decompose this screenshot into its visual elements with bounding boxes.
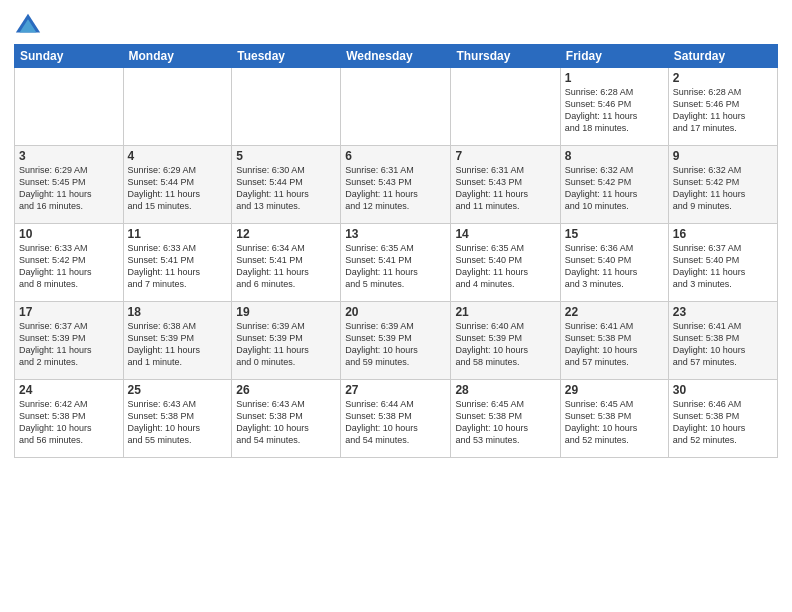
weekday-header-thursday: Thursday [451, 45, 560, 68]
day-info: Sunrise: 6:36 AM Sunset: 5:40 PM Dayligh… [565, 242, 664, 291]
day-number: 6 [345, 149, 446, 163]
calendar-cell: 10Sunrise: 6:33 AM Sunset: 5:42 PM Dayli… [15, 224, 124, 302]
day-number: 23 [673, 305, 773, 319]
day-info: Sunrise: 6:45 AM Sunset: 5:38 PM Dayligh… [565, 398, 664, 447]
calendar-cell: 24Sunrise: 6:42 AM Sunset: 5:38 PM Dayli… [15, 380, 124, 458]
page-container: SundayMondayTuesdayWednesdayThursdayFrid… [0, 0, 792, 612]
day-info: Sunrise: 6:38 AM Sunset: 5:39 PM Dayligh… [128, 320, 228, 369]
day-number: 20 [345, 305, 446, 319]
calendar-cell: 20Sunrise: 6:39 AM Sunset: 5:39 PM Dayli… [341, 302, 451, 380]
weekday-header-saturday: Saturday [668, 45, 777, 68]
day-number: 7 [455, 149, 555, 163]
calendar-cell: 2Sunrise: 6:28 AM Sunset: 5:46 PM Daylig… [668, 68, 777, 146]
calendar-cell: 16Sunrise: 6:37 AM Sunset: 5:40 PM Dayli… [668, 224, 777, 302]
day-info: Sunrise: 6:40 AM Sunset: 5:39 PM Dayligh… [455, 320, 555, 369]
day-info: Sunrise: 6:41 AM Sunset: 5:38 PM Dayligh… [673, 320, 773, 369]
calendar-cell: 13Sunrise: 6:35 AM Sunset: 5:41 PM Dayli… [341, 224, 451, 302]
day-info: Sunrise: 6:32 AM Sunset: 5:42 PM Dayligh… [673, 164, 773, 213]
day-number: 15 [565, 227, 664, 241]
calendar-cell: 18Sunrise: 6:38 AM Sunset: 5:39 PM Dayli… [123, 302, 232, 380]
calendar-week-row: 3Sunrise: 6:29 AM Sunset: 5:45 PM Daylig… [15, 146, 778, 224]
day-info: Sunrise: 6:31 AM Sunset: 5:43 PM Dayligh… [345, 164, 446, 213]
day-info: Sunrise: 6:29 AM Sunset: 5:44 PM Dayligh… [128, 164, 228, 213]
calendar-cell: 17Sunrise: 6:37 AM Sunset: 5:39 PM Dayli… [15, 302, 124, 380]
day-number: 9 [673, 149, 773, 163]
day-number: 27 [345, 383, 446, 397]
calendar-cell [451, 68, 560, 146]
day-info: Sunrise: 6:31 AM Sunset: 5:43 PM Dayligh… [455, 164, 555, 213]
calendar-cell: 21Sunrise: 6:40 AM Sunset: 5:39 PM Dayli… [451, 302, 560, 380]
weekday-header-wednesday: Wednesday [341, 45, 451, 68]
calendar-week-row: 24Sunrise: 6:42 AM Sunset: 5:38 PM Dayli… [15, 380, 778, 458]
calendar-cell: 8Sunrise: 6:32 AM Sunset: 5:42 PM Daylig… [560, 146, 668, 224]
day-info: Sunrise: 6:42 AM Sunset: 5:38 PM Dayligh… [19, 398, 119, 447]
day-info: Sunrise: 6:37 AM Sunset: 5:40 PM Dayligh… [673, 242, 773, 291]
day-number: 13 [345, 227, 446, 241]
day-info: Sunrise: 6:39 AM Sunset: 5:39 PM Dayligh… [345, 320, 446, 369]
calendar-week-row: 1Sunrise: 6:28 AM Sunset: 5:46 PM Daylig… [15, 68, 778, 146]
calendar-cell [15, 68, 124, 146]
calendar-cell: 5Sunrise: 6:30 AM Sunset: 5:44 PM Daylig… [232, 146, 341, 224]
calendar-cell: 27Sunrise: 6:44 AM Sunset: 5:38 PM Dayli… [341, 380, 451, 458]
day-number: 17 [19, 305, 119, 319]
day-number: 18 [128, 305, 228, 319]
calendar-cell: 19Sunrise: 6:39 AM Sunset: 5:39 PM Dayli… [232, 302, 341, 380]
calendar-cell: 22Sunrise: 6:41 AM Sunset: 5:38 PM Dayli… [560, 302, 668, 380]
day-number: 10 [19, 227, 119, 241]
calendar-cell: 4Sunrise: 6:29 AM Sunset: 5:44 PM Daylig… [123, 146, 232, 224]
day-number: 22 [565, 305, 664, 319]
calendar-cell: 15Sunrise: 6:36 AM Sunset: 5:40 PM Dayli… [560, 224, 668, 302]
calendar-cell: 29Sunrise: 6:45 AM Sunset: 5:38 PM Dayli… [560, 380, 668, 458]
day-info: Sunrise: 6:43 AM Sunset: 5:38 PM Dayligh… [128, 398, 228, 447]
day-info: Sunrise: 6:35 AM Sunset: 5:40 PM Dayligh… [455, 242, 555, 291]
day-info: Sunrise: 6:45 AM Sunset: 5:38 PM Dayligh… [455, 398, 555, 447]
day-number: 21 [455, 305, 555, 319]
day-number: 1 [565, 71, 664, 85]
day-info: Sunrise: 6:41 AM Sunset: 5:38 PM Dayligh… [565, 320, 664, 369]
day-info: Sunrise: 6:30 AM Sunset: 5:44 PM Dayligh… [236, 164, 336, 213]
day-number: 14 [455, 227, 555, 241]
day-number: 28 [455, 383, 555, 397]
logo-icon [14, 10, 42, 38]
weekday-header-monday: Monday [123, 45, 232, 68]
calendar-cell: 28Sunrise: 6:45 AM Sunset: 5:38 PM Dayli… [451, 380, 560, 458]
calendar-cell: 6Sunrise: 6:31 AM Sunset: 5:43 PM Daylig… [341, 146, 451, 224]
day-info: Sunrise: 6:44 AM Sunset: 5:38 PM Dayligh… [345, 398, 446, 447]
day-info: Sunrise: 6:37 AM Sunset: 5:39 PM Dayligh… [19, 320, 119, 369]
day-number: 24 [19, 383, 119, 397]
header [14, 10, 778, 38]
day-number: 26 [236, 383, 336, 397]
day-number: 8 [565, 149, 664, 163]
day-info: Sunrise: 6:35 AM Sunset: 5:41 PM Dayligh… [345, 242, 446, 291]
calendar-header-row: SundayMondayTuesdayWednesdayThursdayFrid… [15, 45, 778, 68]
weekday-header-sunday: Sunday [15, 45, 124, 68]
day-number: 29 [565, 383, 664, 397]
day-number: 12 [236, 227, 336, 241]
day-info: Sunrise: 6:32 AM Sunset: 5:42 PM Dayligh… [565, 164, 664, 213]
calendar-week-row: 10Sunrise: 6:33 AM Sunset: 5:42 PM Dayli… [15, 224, 778, 302]
day-number: 4 [128, 149, 228, 163]
calendar-cell: 12Sunrise: 6:34 AM Sunset: 5:41 PM Dayli… [232, 224, 341, 302]
calendar-cell: 30Sunrise: 6:46 AM Sunset: 5:38 PM Dayli… [668, 380, 777, 458]
day-info: Sunrise: 6:33 AM Sunset: 5:41 PM Dayligh… [128, 242, 228, 291]
calendar-cell: 14Sunrise: 6:35 AM Sunset: 5:40 PM Dayli… [451, 224, 560, 302]
day-info: Sunrise: 6:39 AM Sunset: 5:39 PM Dayligh… [236, 320, 336, 369]
day-number: 3 [19, 149, 119, 163]
calendar-cell: 3Sunrise: 6:29 AM Sunset: 5:45 PM Daylig… [15, 146, 124, 224]
day-number: 2 [673, 71, 773, 85]
calendar-cell: 1Sunrise: 6:28 AM Sunset: 5:46 PM Daylig… [560, 68, 668, 146]
day-number: 25 [128, 383, 228, 397]
calendar-cell: 11Sunrise: 6:33 AM Sunset: 5:41 PM Dayli… [123, 224, 232, 302]
calendar-cell [232, 68, 341, 146]
day-number: 5 [236, 149, 336, 163]
day-info: Sunrise: 6:43 AM Sunset: 5:38 PM Dayligh… [236, 398, 336, 447]
day-number: 16 [673, 227, 773, 241]
weekday-header-friday: Friday [560, 45, 668, 68]
calendar-cell: 9Sunrise: 6:32 AM Sunset: 5:42 PM Daylig… [668, 146, 777, 224]
calendar-cell: 26Sunrise: 6:43 AM Sunset: 5:38 PM Dayli… [232, 380, 341, 458]
day-info: Sunrise: 6:28 AM Sunset: 5:46 PM Dayligh… [673, 86, 773, 135]
day-number: 11 [128, 227, 228, 241]
logo [14, 10, 46, 38]
calendar-table: SundayMondayTuesdayWednesdayThursdayFrid… [14, 44, 778, 458]
calendar-cell [123, 68, 232, 146]
